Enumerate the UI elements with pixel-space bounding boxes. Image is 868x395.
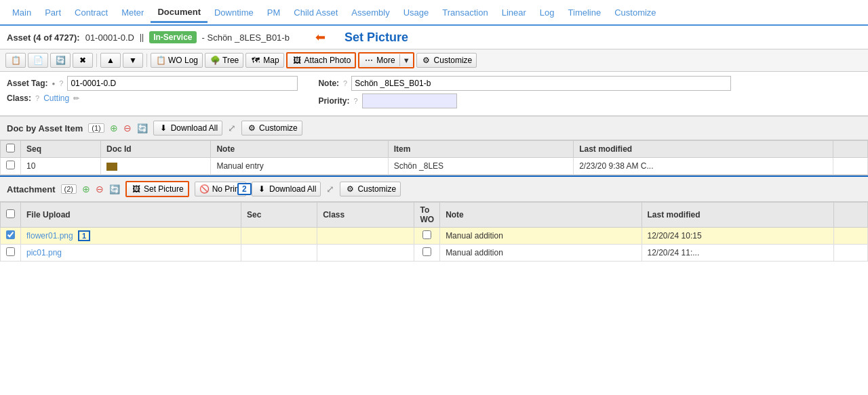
attachment-select-all-checkbox[interactable] <box>6 209 15 218</box>
asset-name: - Schön _8LES_B01-b <box>202 33 290 43</box>
attachment-expand-icon[interactable]: ⤢ <box>326 184 334 194</box>
doc-row-checkbox[interactable] <box>6 161 15 169</box>
priority-label: Priority: <box>318 96 349 106</box>
attachment-refresh-icon[interactable]: 🔄 <box>109 184 120 194</box>
attachment-section-header: Attachment (2) ⊕ ⊖ 🔄 🖼 Set Picture 🚫 No … <box>0 175 868 202</box>
doc-download-all-button[interactable]: ⬇ Download All <box>153 121 222 136</box>
attachment-row1-file-link[interactable]: flower01.png <box>26 231 73 241</box>
attachment-row1-checkbox[interactable] <box>6 230 15 239</box>
doc-customize-button[interactable]: ⚙ Customize <box>241 121 302 136</box>
attachment-col-class: Class <box>317 203 414 228</box>
main-toolbar: 📋 📄 🔄 ✖ ▲ ▼ 📋 WO Log 🌳 Tree 🗺 Map 🖼 Atta… <box>0 49 868 72</box>
class-help-icon[interactable]: ? <box>35 94 39 102</box>
nav-part[interactable]: Part <box>38 2 68 23</box>
nav-child-asset[interactable]: Child Asset <box>287 2 344 23</box>
attachment-row1-file: flower01.png 1 <box>21 228 241 245</box>
doc-col-item: Item <box>388 141 573 158</box>
doc-add-icon[interactable]: ⊕ <box>110 123 118 133</box>
toolbar-btn-copy1[interactable]: 📋 <box>5 53 26 68</box>
attachment-customize-button[interactable]: ⚙ Customize <box>340 182 401 196</box>
tree-icon: 🌳 <box>210 56 220 65</box>
attachment-row2-towo-checkbox[interactable] <box>422 247 431 256</box>
wo-log-label: WO Log <box>168 56 198 65</box>
nav-customize[interactable]: Customize <box>608 2 663 23</box>
doc-col-note: Note <box>211 141 388 158</box>
tree-button[interactable]: 🌳 Tree <box>205 53 243 68</box>
attachment-row2-file: pic01.png <box>21 245 241 262</box>
asset-tag-input[interactable] <box>67 76 298 91</box>
attachment-row1-badge: 1 <box>78 230 90 241</box>
more-dropdown-arrow[interactable]: ▼ <box>399 54 413 66</box>
doc-table-header-row: Seq Doc Id Note Item Last modified <box>1 141 868 158</box>
nav-assembly[interactable]: Assembly <box>344 2 396 23</box>
note-help-icon[interactable]: ? <box>343 79 347 87</box>
wo-log-button[interactable]: 📋 WO Log <box>151 53 203 68</box>
attachment-row2-file-link[interactable]: pic01.png <box>26 248 62 257</box>
set-picture-button[interactable]: 🖼 Set Picture <box>125 181 189 197</box>
priority-help-icon[interactable]: ? <box>353 97 357 105</box>
more-button[interactable]: ⋯ More <box>359 54 399 67</box>
doc-row-checkbox-cell <box>1 158 21 175</box>
doc-row-docid <box>101 158 211 175</box>
nav-transaction[interactable]: Transaction <box>435 2 494 23</box>
toolbar-btn-copy2[interactable]: 📄 <box>28 53 48 68</box>
nav-main[interactable]: Main <box>5 2 38 23</box>
toolbar-btn-refresh[interactable]: 🔄 <box>50 53 71 68</box>
toolbar-btn-down[interactable]: ▼ <box>123 53 143 68</box>
nav-timeline[interactable]: Timeline <box>561 2 608 23</box>
attach-photo-button[interactable]: 🖼 Attach Photo <box>286 52 357 68</box>
attachment-row2-actions <box>834 245 868 262</box>
doc-select-all-checkbox[interactable] <box>6 144 15 152</box>
attachment-row1-note: Manual addition <box>440 228 642 245</box>
nav-contract[interactable]: Contract <box>68 2 115 23</box>
doc-refresh-icon[interactable]: 🔄 <box>137 123 148 133</box>
attachment-row1-sec <box>241 228 317 245</box>
toolbar-btn-delete[interactable]: ✖ <box>73 53 93 68</box>
attachment-row2-checkbox[interactable] <box>6 247 15 256</box>
toolbar-btn-up[interactable]: ▲ <box>100 53 121 68</box>
attachment-row2-checkbox-cell <box>1 245 21 262</box>
attachment-row2-towo <box>414 245 440 262</box>
attachment-row1-class <box>317 228 414 245</box>
attachment-row1-towo-checkbox[interactable] <box>422 230 431 239</box>
copy-icon: 📋 <box>10 56 21 65</box>
asset-id: 01-0001-0.D <box>85 33 134 43</box>
attachment-download-all-button[interactable]: ⬇ Download All <box>252 182 321 196</box>
asset-tag-help-icon[interactable]: ? <box>59 79 63 87</box>
priority-input[interactable] <box>362 93 457 108</box>
nav-usage[interactable]: Usage <box>397 2 436 23</box>
arrow-icon: ⬅ <box>315 30 326 45</box>
map-button[interactable]: 🗺 Map <box>245 53 283 68</box>
doc-remove-icon[interactable]: ⊖ <box>123 123 132 133</box>
class-value-link[interactable]: Cutting <box>43 93 69 103</box>
nav-pm[interactable]: PM <box>260 2 288 23</box>
tree-label: Tree <box>222 56 239 65</box>
pencil-icon: ✏ <box>73 94 79 103</box>
doc-section-header: Doc by Asset Item (1) ⊕ ⊖ 🔄 ⬇ Download A… <box>0 116 868 140</box>
nav-downtime[interactable]: Downtime <box>208 2 260 23</box>
wo-log-icon: 📋 <box>155 56 166 65</box>
refresh-icon: 🔄 <box>55 56 66 65</box>
attach-photo-label: Attach Photo <box>304 56 351 65</box>
attachment-row1-checkbox-cell <box>1 228 21 245</box>
customize-button[interactable]: ⚙ Customize <box>416 53 477 68</box>
doc-customize-icon: ⚙ <box>246 123 257 133</box>
attachment-remove-icon[interactable]: ⊖ <box>96 184 104 194</box>
form-section: Asset Tag: ● ? Class: ? Cutting ✏ Note: … <box>0 72 868 116</box>
nav-document[interactable]: Document <box>151 1 208 23</box>
nav-linear[interactable]: Linear <box>495 2 533 23</box>
attachment-add-icon[interactable]: ⊕ <box>82 184 90 194</box>
map-label: Map <box>263 56 279 65</box>
asset-tag-label: Asset Tag: <box>7 79 47 88</box>
attachment-row2-note: Manual addition <box>440 245 642 262</box>
note-input[interactable] <box>351 76 731 91</box>
attachment-header-checkbox <box>1 203 21 228</box>
doc-expand-icon[interactable]: ⤢ <box>228 123 236 133</box>
attachment-header-row: File Upload Sec Class To WO Note Last mo… <box>1 203 868 228</box>
nav-meter[interactable]: Meter <box>115 2 151 23</box>
note-label: Note: <box>318 79 339 88</box>
doc-row-item: Schön _8LES <box>388 158 573 175</box>
nav-log[interactable]: Log <box>533 2 561 23</box>
doc-folder-icon <box>106 163 117 171</box>
note-row: Note: ? <box>318 76 731 91</box>
